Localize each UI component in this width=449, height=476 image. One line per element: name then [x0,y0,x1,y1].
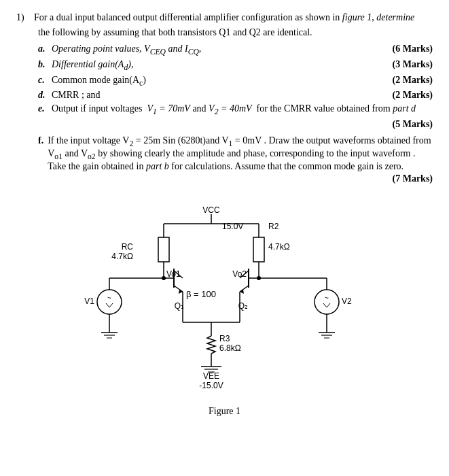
part-e-label: e. [38,103,48,114]
circuit-area: VCC 15.0V R2 RC 4.7kΩ 4.7kΩ [16,203,433,417]
part-f-text: If the input voltage V2 = 25m Sin (6280t… [48,135,433,172]
v2-tilde: ~ [325,294,329,302]
question-intro: For a dual input balanced output differe… [34,12,433,23]
part-e: e. Output if input voltages V1 = 70mV an… [38,103,433,116]
part-b-text: Differential gain(Ad), [52,59,386,72]
circuit-diagram: VCC 15.0V R2 RC 4.7kΩ 4.7kΩ [69,203,381,401]
part-e-marks-val: (5 Marks) [393,119,433,130]
svg-rect-3 [158,237,169,262]
svg-line-13 [174,286,183,292]
part-c-text: Common mode gain(Ac) [52,75,386,88]
parts-list: a. Operating point values, VCEQ and ICQ,… [38,44,433,130]
part-d-label: d. [38,90,48,101]
figure-label: Figure 1 [209,406,240,417]
part-e-marks-row: (5 Marks) [38,119,433,130]
part-a-text: Operating point values, VCEQ and ICQ, [52,44,386,56]
part-f-label: f. [38,135,43,146]
part-c: c. Common mode gain(Ac) (2 Marks) [38,75,433,88]
part-f: f. If the input voltage V2 = 25m Sin (62… [38,135,433,184]
part-f-row: f. If the input voltage V2 = 25m Sin (62… [38,135,433,172]
r2-label: R2 [268,222,279,231]
rc-label: RC [121,242,133,252]
part-a-marks: (6 Marks) [393,44,433,54]
r3-label: R3 [219,334,230,343]
svg-line-19 [240,286,249,292]
part-d-text: CMRR ; and [52,90,386,101]
part-f-marks: (7 Marks) [393,173,433,184]
vcc-value: 15.0V [222,222,243,231]
part-c-label: c. [38,75,48,86]
part-d: d. CMRR ; and (2 Marks) [38,90,433,101]
v1-tilde: ~ [107,294,111,302]
r3-value: 6.8kΩ [219,343,241,353]
beta-label: β = 100 [186,289,216,299]
question-intro2: the following by assuming that both tran… [38,27,433,38]
r1-value: 4.7kΩ [111,252,133,261]
vee-value: -15.0V [199,381,223,390]
question-container: 1) For a dual input balanced output diff… [16,12,433,417]
part-b-marks: (3 Marks) [393,59,433,70]
vcc-label: VCC [202,205,220,215]
part-a: a. Operating point values, VCEQ and ICQ,… [38,44,433,56]
v2-label: V2 [342,296,352,306]
part-e-text: Output if input voltages V1 = 70mV and V… [52,103,426,116]
vee-label: VEE [202,371,219,381]
part-d-marks: (2 Marks) [393,90,433,101]
v1-label: V1 [84,296,94,306]
question-header: 1) For a dual input balanced output diff… [16,12,433,23]
question-number: 1) [16,12,29,23]
svg-rect-6 [253,237,264,262]
part-f-marks-row: (7 Marks) [38,173,433,184]
v1-source [97,290,122,314]
r2-value: 4.7kΩ [268,242,290,252]
part-a-label: a. [38,44,48,54]
part-b-label: b. [38,59,48,70]
part-b: b. Differential gain(Ad), (3 Marks) [38,59,433,72]
part-c-marks: (2 Marks) [393,75,433,86]
v2-source [315,290,339,314]
circuit-svg: VCC 15.0V R2 RC 4.7kΩ 4.7kΩ [69,203,381,401]
